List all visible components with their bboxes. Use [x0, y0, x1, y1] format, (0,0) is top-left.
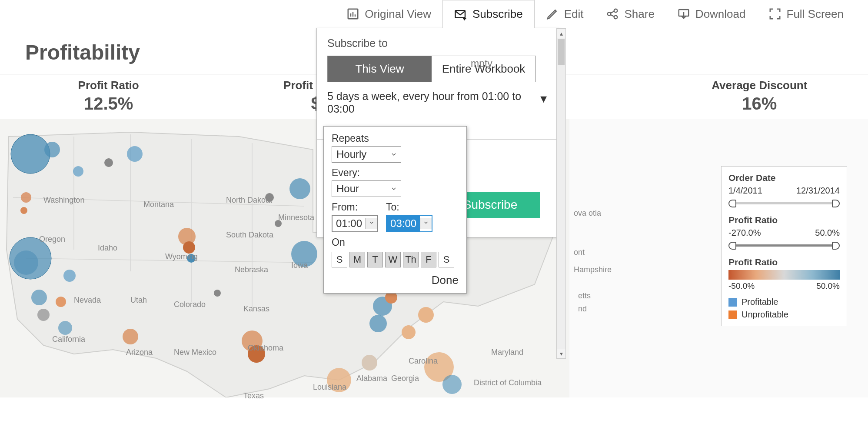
- scroll-up-icon[interactable]: ▴: [557, 29, 565, 38]
- day-toggle-s[interactable]: S: [439, 252, 454, 267]
- fullscreen-icon: [768, 7, 782, 20]
- kpi-profit-ratio: Profit Ratio 12.5%: [0, 74, 217, 119]
- legend-panel: Order Date 1/4/2011 12/31/2014 Profit Ra…: [721, 166, 847, 326]
- scroll-thumb[interactable]: [558, 39, 565, 65]
- map-state-label: nd: [578, 304, 587, 314]
- svg-point-9: [614, 16, 618, 19]
- download-icon: [677, 7, 690, 20]
- svg-point-47: [362, 355, 377, 371]
- slider-handle-right[interactable]: [832, 200, 840, 207]
- legend-profitable: Profitable: [728, 297, 840, 307]
- day-toggle-w[interactable]: W: [385, 252, 401, 267]
- profit-ratio-min: -270.0%: [728, 228, 761, 238]
- map-state-label: Iowa: [291, 261, 308, 270]
- svg-point-23: [73, 166, 83, 177]
- map-state-label: Oklahoma: [248, 344, 283, 353]
- svg-point-37: [183, 241, 195, 254]
- svg-point-31: [31, 290, 47, 305]
- schedule-popover: Repeats Hourly Every: Hour From: 01:00 T…: [323, 126, 467, 294]
- color-gradient: [728, 270, 840, 280]
- day-toggle-th[interactable]: Th: [403, 252, 419, 267]
- svg-point-42: [289, 178, 310, 199]
- segment-this-view[interactable]: This View: [328, 56, 432, 82]
- svg-point-7: [608, 12, 611, 16]
- order-date-min: 1/4/2011: [728, 186, 762, 196]
- chevron-down-icon: [420, 218, 432, 229]
- order-date-max: 12/31/2014: [796, 186, 840, 196]
- legend-unprofitable: Unprofitable: [728, 310, 840, 320]
- map-state-label: Texas: [243, 391, 264, 401]
- slider-handle-right[interactable]: [832, 242, 840, 250]
- map-state-label: Hampshire: [574, 265, 612, 274]
- share-label: Share: [624, 7, 654, 21]
- svg-point-52: [418, 307, 434, 323]
- svg-point-54: [442, 375, 462, 394]
- map-state-label: Wyoming: [165, 252, 198, 261]
- svg-point-51: [402, 325, 416, 339]
- map-state-label: North Dakota: [226, 196, 272, 205]
- day-toggle-t[interactable]: T: [367, 252, 383, 267]
- repeats-select[interactable]: Hourly: [332, 146, 401, 163]
- map-state-label: Carolina: [409, 357, 438, 366]
- svg-point-24: [104, 158, 113, 167]
- download-button[interactable]: Download: [666, 0, 757, 28]
- barchart-icon: [346, 7, 359, 20]
- repeats-label: Repeats: [332, 133, 459, 144]
- every-select[interactable]: Hour: [332, 180, 401, 197]
- fullscreen-label: Full Screen: [787, 7, 844, 21]
- kpi-value: 12.5%: [0, 94, 217, 114]
- svg-point-22: [44, 142, 60, 157]
- scope-segment: This View Entire Workbook: [327, 56, 536, 82]
- svg-line-11: [611, 15, 615, 17]
- svg-point-39: [214, 290, 221, 297]
- map-state-label: etts: [578, 291, 591, 300]
- svg-point-48: [369, 315, 387, 332]
- color-max: 50.0%: [816, 281, 840, 291]
- edit-button[interactable]: Edit: [535, 0, 595, 28]
- map-state-label: New Mexico: [174, 348, 216, 357]
- every-label: Every:: [332, 167, 459, 179]
- download-label: Download: [695, 7, 746, 21]
- top-toolbar: Original View Subscribe Edit Share Downl…: [0, 0, 868, 28]
- done-button[interactable]: Done: [332, 274, 459, 287]
- chevron-down-icon: [390, 151, 397, 158]
- svg-point-34: [58, 321, 72, 335]
- map-state-label: Nebraska: [235, 265, 268, 274]
- map-state-label: Colorado: [174, 300, 206, 309]
- from-time-select[interactable]: 01:00: [332, 215, 378, 232]
- day-toggle-m[interactable]: M: [349, 252, 365, 267]
- kpi-label: Profit Ratio: [0, 79, 217, 92]
- chevron-down-icon: [366, 218, 377, 229]
- svg-point-8: [614, 9, 618, 13]
- slider-handle-left[interactable]: [728, 200, 736, 207]
- to-time-select[interactable]: 03:00: [386, 215, 432, 232]
- kpi-avg-discount: Average Discount 16%: [651, 74, 868, 119]
- map-state-label: Nevada: [74, 296, 101, 305]
- on-label: On: [332, 237, 459, 248]
- day-toggle-f[interactable]: F: [421, 252, 436, 267]
- mail-plus-icon: [454, 8, 467, 21]
- svg-point-25: [127, 146, 143, 162]
- panel-scrollbar[interactable]: ▴ ▾: [556, 28, 566, 359]
- map-state-label: Washington: [43, 196, 84, 205]
- map-state-label: California: [52, 335, 85, 344]
- scroll-down-icon[interactable]: ▾: [557, 349, 565, 358]
- order-date-slider[interactable]: [728, 199, 840, 207]
- map-state-label: Alabama: [356, 374, 387, 383]
- profit-ratio-slider[interactable]: [728, 241, 840, 249]
- slider-handle-left[interactable]: [728, 242, 736, 250]
- subscribe-to-header: Subscribe to: [327, 37, 549, 50]
- profit-ratio-max: 50.0%: [815, 228, 840, 238]
- svg-point-27: [20, 207, 27, 214]
- legend-color-title: Profit Ratio: [728, 257, 840, 267]
- svg-point-30: [14, 250, 38, 275]
- subscribe-button[interactable]: Subscribe: [442, 0, 535, 28]
- schedule-summary-dropdown[interactable]: 5 days a week, every hour from 01:00 to …: [327, 90, 549, 115]
- map-state-label: Utah: [130, 296, 147, 305]
- map-state-label: Idaho: [98, 244, 117, 253]
- share-button[interactable]: Share: [595, 0, 665, 28]
- svg-point-28: [63, 270, 76, 282]
- day-toggle-s[interactable]: S: [332, 252, 347, 267]
- original-view-button[interactable]: Original View: [335, 0, 442, 28]
- fullscreen-button[interactable]: Full Screen: [757, 0, 855, 28]
